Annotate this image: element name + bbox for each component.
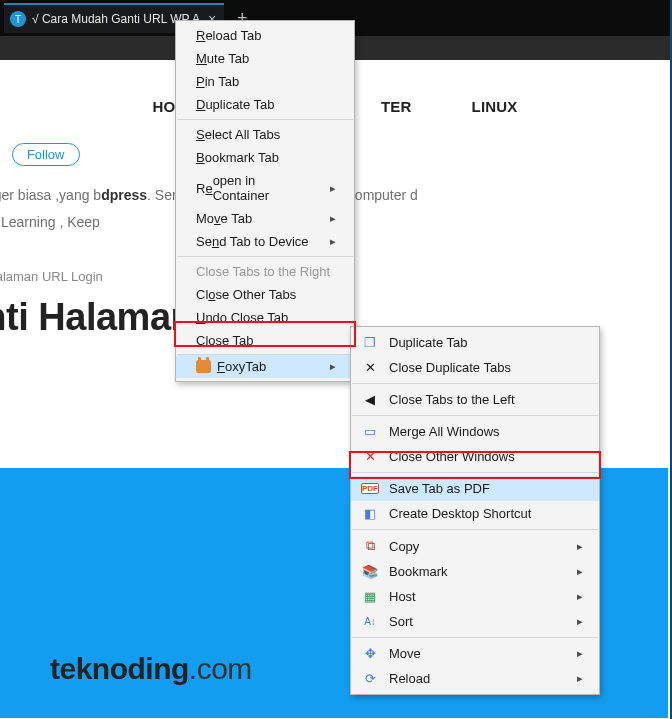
foxytab-submenu: ❐Duplicate Tab ✕Close Duplicate Tabs ◀Cl… [350,326,600,695]
close-icon: ✕ [361,360,379,375]
sub-close-duplicate-tabs[interactable]: ✕Close Duplicate Tabs [351,355,599,380]
sub-close-other-windows[interactable]: ✕Close Other Windows [351,444,599,469]
tab-favicon-icon: T [10,11,26,27]
sort-icon: A↓ [361,616,379,627]
chevron-right-icon: ▸ [330,212,336,225]
sub-save-pdf[interactable]: PDFSave Tab as PDF [351,476,599,501]
sub-sort[interactable]: A↓Sort▸ [351,609,599,634]
menu-mute-tab[interactable]: Mute Tab [176,47,354,70]
menu-move-tab[interactable]: Move Tab▸ [176,207,354,230]
chevron-right-icon: ▸ [577,672,583,685]
chevron-right-icon: ▸ [577,615,583,628]
menu-close-tabs-right: Close Tabs to the Right [176,260,354,283]
menu-close-tab[interactable]: Close Tab [176,329,354,352]
menu-close-other-tabs[interactable]: Close Other Tabs [176,283,354,306]
menu-foxytab[interactable]: FoxyTab▸ [176,355,354,378]
menu-separator [352,415,598,416]
move-icon: ✥ [361,646,379,661]
host-icon: ▦ [361,589,379,604]
sub-host[interactable]: ▦Host▸ [351,584,599,609]
sub-copy[interactable]: ⧉Copy▸ [351,533,599,559]
menu-send-tab[interactable]: Send Tab to Device▸ [176,230,354,253]
bookmark-icon: 📚 [361,564,379,579]
nav-linux[interactable]: LINUX [472,98,518,115]
menu-separator [352,383,598,384]
chevron-right-icon: ▸ [330,360,336,373]
chevron-right-icon: ▸ [577,590,583,603]
menu-bookmark-tab[interactable]: Bookmark Tab [176,146,354,169]
sub-create-shortcut[interactable]: ◧Create Desktop Shortcut [351,501,599,526]
window-icon: ▭ [361,424,379,439]
sub-merge-windows[interactable]: ▭Merge All Windows [351,419,599,444]
menu-select-all-tabs[interactable]: Select All Tabs [176,123,354,146]
chevron-right-icon: ▸ [330,182,336,195]
menu-separator [352,637,598,638]
chevron-right-icon: ▸ [577,565,583,578]
menu-undo-close-tab[interactable]: Undo Close Tab [176,306,354,329]
menu-duplicate-tab[interactable]: Duplicate Tab [176,93,354,116]
sub-move[interactable]: ✥Move▸ [351,641,599,666]
arrow-left-icon: ◀ [361,392,379,407]
duplicate-icon: ❐ [361,335,379,350]
chevron-right-icon: ▸ [330,235,336,248]
menu-separator [352,529,598,530]
menu-separator [177,256,353,257]
nav-item[interactable]: TER [381,98,412,115]
chevron-right-icon: ▸ [577,540,583,553]
foxytab-icon [196,360,211,373]
reload-icon: ⟳ [361,671,379,686]
sub-close-tabs-left[interactable]: ◀Close Tabs to the Left [351,387,599,412]
menu-separator [177,119,353,120]
menu-reopen-container[interactable]: Reopen in Container▸ [176,169,354,207]
chevron-right-icon: ▸ [577,647,583,660]
copy-icon: ⧉ [361,538,379,554]
menu-separator [352,472,598,473]
brand-logo: teknoding.com [50,652,252,686]
follow-button[interactable]: Follow [12,143,80,166]
sub-bookmark[interactable]: 📚Bookmark▸ [351,559,599,584]
close-icon: ✕ [361,449,379,464]
sub-reload[interactable]: ⟳Reload▸ [351,666,599,691]
menu-reload-tab[interactable]: Reload Tab [176,24,354,47]
shortcut-icon: ◧ [361,506,379,521]
tab-context-menu: Reload Tab Mute Tab Pin Tab Duplicate Ta… [175,20,355,382]
menu-pin-tab[interactable]: Pin Tab [176,70,354,93]
sub-duplicate-tab[interactable]: ❐Duplicate Tab [351,330,599,355]
pdf-icon: PDF [361,483,379,494]
